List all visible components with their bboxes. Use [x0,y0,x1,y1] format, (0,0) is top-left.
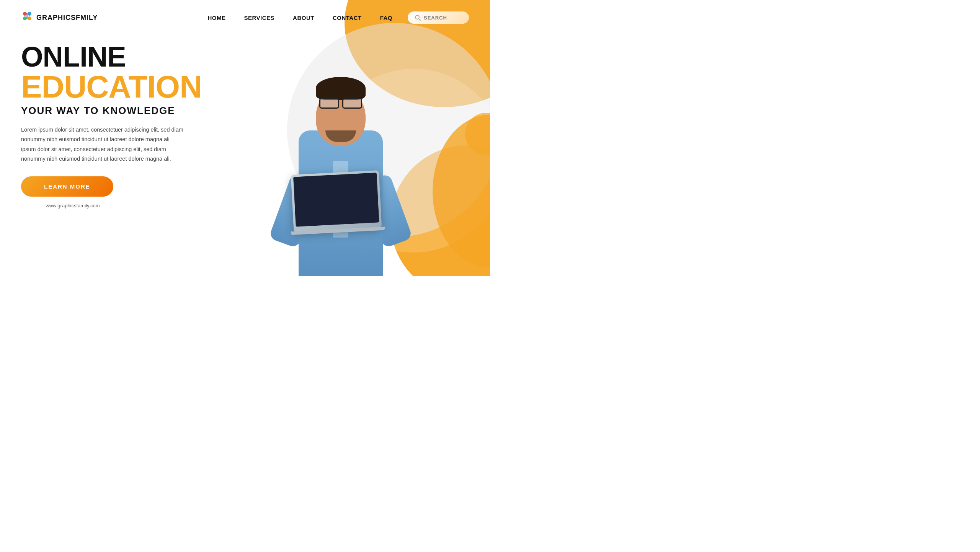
nav-services[interactable]: SERVICES [244,15,275,21]
learn-more-button[interactable]: LEARN MORE [21,176,113,197]
svg-point-7 [23,12,27,16]
hero-title-education: EDUCATION [21,71,220,103]
header: GRAPHICSFMILY HOME SERVICES ABOUT CONTAC… [0,0,490,24]
hero-text-block: ONLINE EDUCATION YOUR WAY TO KNOWLEDGE L… [21,43,220,208]
nav-contact[interactable]: CONTACT [333,15,362,21]
hero-title-online: ONLINE [21,43,220,71]
logo[interactable]: GRAPHICSFMILY [21,11,98,24]
hero-tagline: YOUR WAY TO KNOWLEDGE [21,105,220,117]
search-bar[interactable] [408,11,469,24]
svg-point-9 [23,16,27,20]
hero-description: Lorem ipsum dolor sit amet, consectetuer… [21,125,186,164]
logo-text: GRAPHICSFMILY [36,14,98,22]
nav-about[interactable]: ABOUT [293,15,314,21]
logo-icon [21,11,33,24]
svg-line-13 [419,19,420,20]
search-input[interactable] [424,15,458,21]
svg-rect-11 [26,13,28,19]
main-nav: HOME SERVICES ABOUT CONTACT FAQ [208,15,392,21]
svg-point-10 [28,16,31,20]
svg-point-8 [28,12,31,16]
search-icon [415,15,421,21]
nav-faq[interactable]: FAQ [380,15,392,21]
hero-person-image [245,39,436,276]
website-url: www.graphicsfamily.com [21,203,124,208]
nav-home[interactable]: HOME [208,15,226,21]
